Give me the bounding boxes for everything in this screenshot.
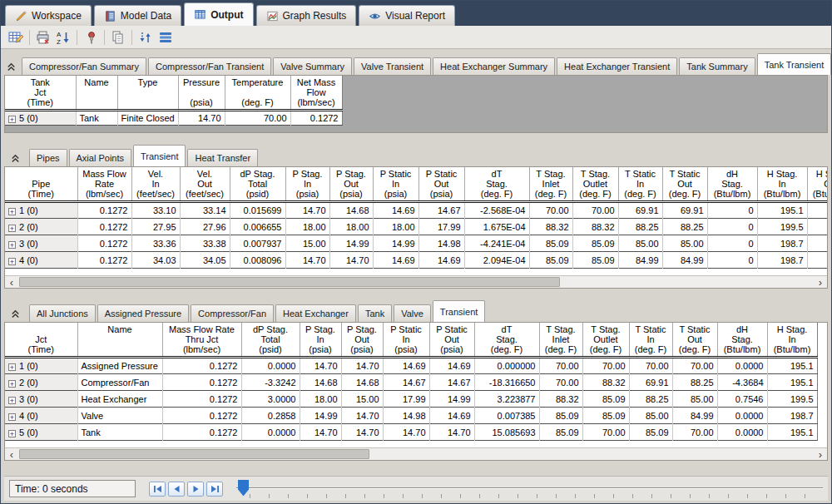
tab-transient[interactable]: Transient (433, 300, 485, 322)
edit-table-icon[interactable] (6, 28, 26, 47)
tab-valve-transient[interactable]: Valve Transient (354, 57, 431, 75)
scrollbar-track[interactable] (18, 276, 814, 289)
expand-row-icon[interactable]: + (8, 208, 16, 215)
expand-row-icon[interactable]: + (8, 397, 16, 404)
tab-transient[interactable]: Transient (133, 145, 186, 166)
tab-label: Valve Summary (280, 62, 344, 72)
table-cell: Heat Exchanger (77, 391, 162, 408)
table-cell: 0 (707, 219, 757, 235)
collapse-chevron-icon[interactable] (6, 150, 24, 165)
column-header: T Static In (deg. F) (629, 323, 672, 358)
tab-visual-report[interactable]: Visual Report (359, 5, 455, 26)
table-cell: 14.70 (341, 424, 383, 441)
expand-row-icon[interactable]: + (8, 430, 16, 437)
tab-model-data[interactable]: Model Data (94, 5, 181, 26)
table-cell: 33.10 (131, 202, 180, 219)
tab-assigned-pressure[interactable]: Assigned Pressure (97, 304, 189, 322)
transfer-icon[interactable] (136, 28, 156, 47)
sort-az-icon[interactable]: AZ (53, 28, 73, 47)
expand-row-icon[interactable]: + (8, 225, 16, 232)
tab-label: Assigned Pressure (105, 309, 181, 319)
scrollbar-thumb[interactable] (19, 277, 560, 287)
tab-label: Model Data (121, 10, 171, 22)
time-slider-thumb[interactable] (238, 480, 249, 497)
table-cell: 199.5 (767, 391, 817, 408)
table-cell: 0.0000 (717, 424, 767, 441)
table-cell: 14.70 (341, 358, 383, 374)
table-cell: 14.70 (300, 424, 341, 441)
table-cell: 14.67 (383, 374, 429, 391)
tab-label: Heat Transfer (195, 153, 250, 163)
pin-icon[interactable] (81, 28, 101, 47)
tab-all-junctions[interactable]: All Junctions (29, 304, 96, 322)
prev-frame-button[interactable] (168, 482, 185, 497)
visual-report-icon (369, 10, 381, 22)
collapse-chevron-icon[interactable] (6, 305, 24, 320)
expand-row-icon[interactable]: + (8, 413, 16, 421)
table-cell: 0.2858 (241, 408, 300, 424)
tab-heat-exchanger[interactable]: Heat Exchanger (275, 304, 356, 322)
tab-tank-transient[interactable]: Tank Transient (757, 53, 832, 75)
table-cell: 70.00 (572, 202, 618, 219)
tab-graph-results[interactable]: Graph Results (256, 5, 357, 26)
pipes-tabstrip: PipesAxial PointsTransientHeat Transfer (4, 144, 828, 166)
rows-icon[interactable] (156, 28, 176, 47)
scroll-right-icon[interactable]: › (814, 449, 827, 460)
first-frame-button[interactable] (149, 482, 166, 497)
collapse-chevron-icon[interactable] (6, 58, 17, 73)
tab-output[interactable]: Output (184, 2, 253, 26)
table-cell (807, 219, 828, 235)
tab-axial-points[interactable]: Axial Points (69, 149, 131, 166)
column-header: Name (77, 323, 162, 358)
expand-row-icon[interactable]: + (8, 116, 16, 123)
scroll-left-icon[interactable]: ‹ (5, 277, 18, 288)
last-frame-button[interactable] (206, 482, 223, 497)
table-cell: 3.223877 (474, 391, 539, 408)
expand-row-icon[interactable]: + (8, 241, 16, 249)
junctions-horizontal-scrollbar[interactable]: ‹ › (5, 447, 827, 460)
scrollbar-thumb[interactable] (19, 449, 369, 459)
tab-heat-transfer[interactable]: Heat Transfer (187, 149, 258, 166)
print-icon[interactable] (33, 28, 53, 47)
tank-transient-table: Tank Jct (Time)NameTypePressure (psia)Te… (5, 76, 827, 126)
tab-heat-exchanger-summary[interactable]: Heat Exchanger Summary (433, 57, 555, 75)
tab-heat-exchanger-transient[interactable]: Heat Exchanger Transient (557, 57, 677, 75)
pipes-transient-panel: Pipe (Time)Mass Flow Rate (lbm/sec)Vel. … (4, 166, 828, 289)
tab-valve[interactable]: Valve (394, 304, 431, 322)
expand-row-icon[interactable]: + (8, 258, 16, 265)
table-cell: Finite Closed (117, 111, 178, 126)
tab-tank[interactable]: Tank (358, 304, 392, 322)
time-slider-track[interactable] (236, 487, 823, 489)
tab-workspace[interactable]: Workspace (5, 5, 92, 26)
toolbar-separator (29, 30, 30, 45)
scroll-left-icon[interactable]: ‹ (5, 449, 18, 460)
table-cell (807, 202, 828, 219)
pipes-horizontal-scrollbar[interactable]: ‹ › (5, 275, 827, 288)
table-cell: -4.241E-04 (464, 235, 529, 252)
tab-compressor-fan[interactable]: Compressor/Fan (191, 304, 274, 322)
copy-icon[interactable] (108, 28, 128, 47)
table-cell: 33.36 (131, 235, 180, 252)
table-cell: 85.00 (618, 235, 662, 252)
scrollbar-track[interactable] (18, 448, 814, 461)
table-cell: 14.70 (178, 111, 225, 126)
tab-compressor-fan-summary[interactable]: Compressor/Fan Summary (22, 57, 146, 75)
table-cell: 14.67 (418, 202, 464, 219)
next-frame-button[interactable] (187, 482, 204, 497)
table-cell: -18.316650 (474, 374, 539, 391)
expand-row-icon[interactable]: + (8, 363, 16, 371)
table-cell: 0.1272 (162, 408, 241, 424)
tab-compressor-fan-transient[interactable]: Compressor/Fan Transient (148, 57, 271, 75)
time-slider[interactable] (236, 478, 823, 500)
tab-valve-summary[interactable]: Valve Summary (273, 57, 352, 75)
tab-pipes[interactable]: Pipes (29, 149, 67, 166)
column-header: P Static Out (psia) (418, 167, 464, 202)
toolbar-separator (77, 30, 77, 45)
expand-row-icon[interactable]: + (8, 380, 16, 388)
tab-tank-summary[interactable]: Tank Summary (679, 57, 755, 75)
scroll-right-icon[interactable]: › (814, 277, 827, 288)
junctions-tabstrip: All JunctionsAssigned PressureCompressor… (4, 299, 828, 322)
table-cell: 70.00 (672, 358, 717, 374)
junctions-transient-panel: Jct (Time)NameMass Flow Rate Thru Jct (l… (4, 322, 828, 461)
column-header: dT Stag. (deg. F) (474, 323, 539, 358)
